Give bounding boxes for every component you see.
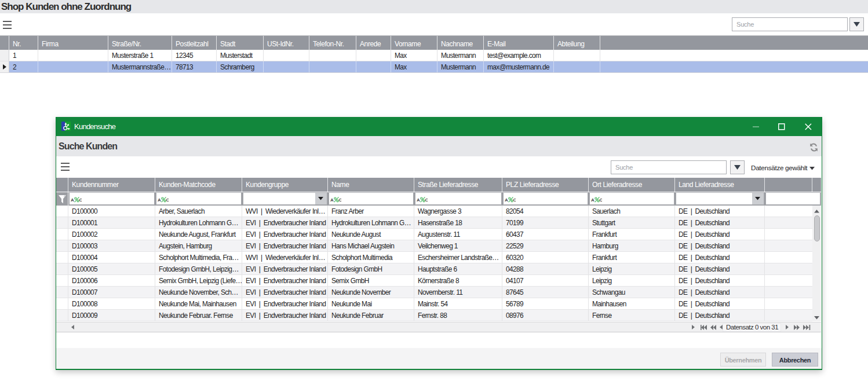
svg-text:A: A — [505, 197, 508, 203]
svg-text:A: A — [158, 197, 161, 203]
svg-text:C: C — [513, 197, 516, 203]
svg-text:C: C — [166, 197, 169, 203]
svg-text:C: C — [79, 197, 82, 203]
svg-text:A: A — [71, 197, 74, 203]
svg-text:A: A — [591, 197, 595, 203]
svg-text:A: A — [417, 197, 420, 203]
svg-text:C: C — [339, 197, 341, 203]
svg-text:A: A — [330, 197, 334, 203]
svg-text:C: C — [600, 197, 602, 203]
svg-text:C: C — [425, 197, 428, 203]
